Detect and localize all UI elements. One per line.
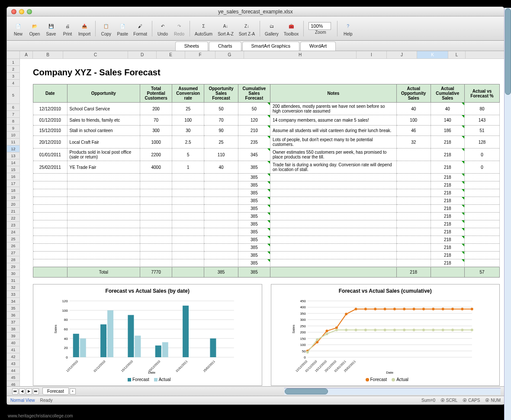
table-row[interactable]: 12/12/2010School Carol Service2002550502… xyxy=(33,103,500,115)
table-row[interactable]: 15/12/2010Stall in school canteen3003090… xyxy=(33,126,500,136)
svg-point-68 xyxy=(461,308,463,310)
table-row[interactable]: 20/12/2010Local Craft Fair10002.525235Lo… xyxy=(33,136,500,149)
gallery-button[interactable]: 🗂Gallery xyxy=(263,19,281,37)
zoom-control[interactable]: Zoom xyxy=(306,21,334,36)
toolbox-icon: 🧰 xyxy=(286,20,297,32)
sort-az-button[interactable]: A↓Sort A-Z xyxy=(215,19,236,37)
svg-text:25/02/2011: 25/02/2011 xyxy=(202,360,215,373)
table-row[interactable]: 385218 xyxy=(33,174,500,181)
view-mode[interactable]: Normal View xyxy=(10,398,35,403)
autosum-button[interactable]: ΣAutoSum xyxy=(193,19,215,37)
table-row[interactable]: 385218 xyxy=(33,181,500,189)
svg-rect-17 xyxy=(100,324,106,357)
ribbon-tabs: Sheets Charts SmartArt Graphics WordArt xyxy=(7,41,504,51)
sheet-nav-last[interactable]: ⏭ xyxy=(33,388,39,394)
col-header[interactable]: Actual vs Forecast % xyxy=(465,84,500,103)
svg-point-63 xyxy=(412,308,415,310)
svg-point-85 xyxy=(451,329,454,331)
col-header[interactable]: Cumulative Sales Forecast xyxy=(238,84,270,103)
svg-text:Sales: Sales xyxy=(54,325,58,333)
svg-rect-15 xyxy=(80,339,86,357)
paste-button[interactable]: 📄Paste xyxy=(115,19,130,37)
svg-text:0: 0 xyxy=(66,355,68,359)
svg-point-66 xyxy=(441,308,444,310)
table-row[interactable]: 385218 xyxy=(33,228,500,236)
save-button[interactable]: 💾Save xyxy=(43,19,59,37)
sheet-nav-next[interactable]: ▶ xyxy=(26,388,32,394)
tab-wordart[interactable]: WordArt xyxy=(300,42,336,51)
svg-text:400: 400 xyxy=(300,305,306,309)
totals-row[interactable]: Total777038538521857 xyxy=(33,267,500,278)
disk-icon: 💾 xyxy=(45,20,57,32)
table-row[interactable]: 385218 xyxy=(33,244,500,252)
import-button[interactable]: 📥Import xyxy=(76,19,93,37)
forecast-table[interactable]: DateOpportunityTotal Potential Customers… xyxy=(33,84,500,278)
svg-point-70 xyxy=(306,351,309,353)
tab-sheets[interactable]: Sheets xyxy=(175,42,208,51)
toolbox-button[interactable]: 🧰Toolbox xyxy=(282,19,301,37)
spreadsheet-grid[interactable]: Company XYZ - Sales Forecast DateOpportu… xyxy=(20,59,504,386)
table-row[interactable]: 385218 xyxy=(33,220,500,228)
row-headers[interactable]: 1234567891011121314151617181920212223242… xyxy=(7,59,20,386)
svg-point-65 xyxy=(432,308,434,310)
table-row[interactable]: 385218 xyxy=(33,252,500,259)
table-row[interactable]: 385218 xyxy=(33,189,500,197)
col-header[interactable]: Notes xyxy=(270,84,396,103)
add-sheet-button[interactable]: + xyxy=(70,388,76,394)
table-row[interactable]: 25/02/2011YE Trade Fair4000140385Trade f… xyxy=(33,161,500,174)
sort-desc-icon: Z↓ xyxy=(241,20,252,32)
horizontal-scrollbar[interactable] xyxy=(284,388,501,395)
svg-point-56 xyxy=(345,313,347,315)
help-button[interactable]: ?Help xyxy=(340,19,356,37)
col-header[interactable]: Actual Cumulative Sales xyxy=(431,84,465,103)
help-icon: ? xyxy=(342,20,354,32)
column-headers[interactable]: A B C D E F G H I J K L xyxy=(7,51,504,59)
svg-point-76 xyxy=(364,329,366,331)
col-header[interactable]: Opportunity xyxy=(67,84,140,103)
svg-point-87 xyxy=(470,329,473,331)
new-button[interactable]: 📄New xyxy=(10,19,26,37)
svg-text:01/12/2010: 01/12/2010 xyxy=(93,360,106,373)
svg-point-72 xyxy=(325,333,328,335)
col-header[interactable]: Opportunity Sales Forecast xyxy=(204,84,238,103)
svg-text:250: 250 xyxy=(300,324,306,328)
svg-rect-20 xyxy=(128,315,134,358)
svg-point-74 xyxy=(345,329,347,331)
svg-point-80 xyxy=(403,329,405,331)
chart2-legend: Forecast Actual xyxy=(275,377,496,382)
table-row[interactable]: 385218 xyxy=(33,213,500,220)
copy-button[interactable]: 📋Copy xyxy=(98,19,114,37)
svg-point-60 xyxy=(383,308,386,310)
zoom-input[interactable] xyxy=(309,22,331,30)
svg-text:20: 20 xyxy=(64,346,68,350)
col-header[interactable]: Assumed Conversion rate xyxy=(172,84,204,103)
undo-button[interactable]: ↶Undo xyxy=(155,19,170,37)
svg-text:100: 100 xyxy=(300,343,306,347)
tab-smartart[interactable]: SmartArt Graphics xyxy=(242,42,299,51)
print-button[interactable]: 🖨Print xyxy=(60,19,75,37)
svg-point-54 xyxy=(325,330,328,332)
status-scrl: ⦿ SCRL xyxy=(440,398,457,403)
redo-button[interactable]: ↷Redo xyxy=(171,19,187,37)
table-row[interactable]: 385218 xyxy=(33,236,500,244)
table-row[interactable]: 01/12/2010Sales to friends, family etc70… xyxy=(33,115,500,126)
col-header[interactable]: Actual Opportunity Sales xyxy=(396,84,431,103)
col-header[interactable]: Date xyxy=(33,84,67,103)
sort-za-button[interactable]: Z↓Sort Z-A xyxy=(237,19,257,37)
table-row[interactable]: 385218 xyxy=(33,205,500,213)
col-header[interactable]: Total Potential Customers xyxy=(140,84,172,103)
titlebar[interactable]: ye_sales_forecast_example.xlsx xyxy=(7,7,504,16)
table-row[interactable]: 385218 xyxy=(33,259,500,267)
svg-rect-28 xyxy=(210,339,216,357)
svg-text:350: 350 xyxy=(300,312,306,316)
sheet-nav-first[interactable]: ⏮ xyxy=(12,388,18,394)
sheet-nav-prev[interactable]: ◀ xyxy=(19,388,25,394)
open-button[interactable]: 📂Open xyxy=(27,19,42,37)
sheet-tab[interactable]: Forecast xyxy=(42,388,69,395)
svg-rect-18 xyxy=(107,310,113,357)
format-button[interactable]: 🖌Format xyxy=(131,19,149,37)
table-row[interactable]: 01/01/2011Products sold in local post of… xyxy=(33,149,500,161)
table-row[interactable]: 385218 xyxy=(33,197,500,205)
tab-charts[interactable]: Charts xyxy=(209,42,241,51)
watermark: www.heritagechristiancollege.com xyxy=(8,414,73,418)
